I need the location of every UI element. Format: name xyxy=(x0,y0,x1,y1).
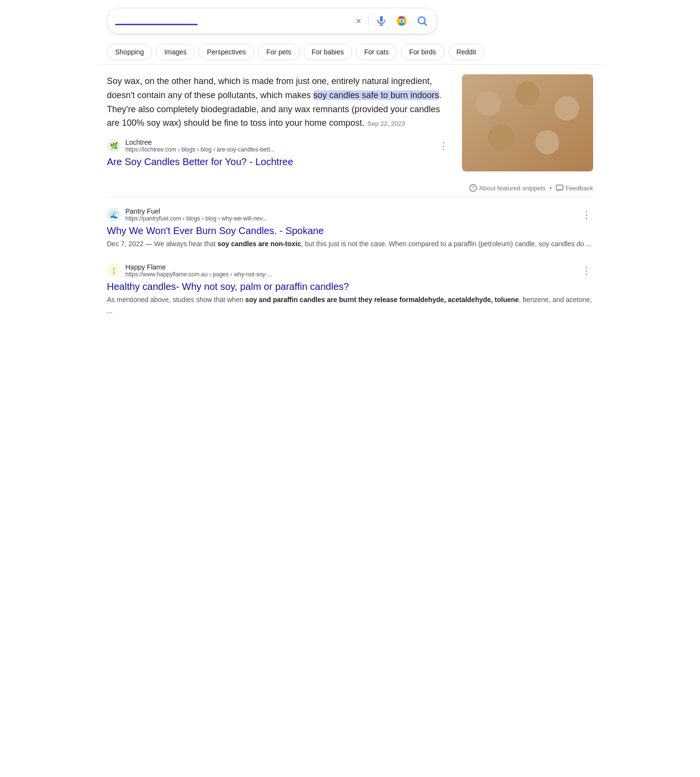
happy-flame-source-info: Happy Flamehttps://www.happyflame.com.au… xyxy=(125,263,575,278)
svg-point-4 xyxy=(401,20,403,22)
happy-flame-source-url: https://www.happyflame.com.au › pages › … xyxy=(125,271,575,278)
feedback-link[interactable]: Feedback xyxy=(556,184,593,192)
pantry-fuel-source-info: Pantry Fuelhttps://pantryfuel.com › blog… xyxy=(125,207,575,222)
snippet-text: Soy wax, on the other hand, which is mad… xyxy=(107,74,450,130)
snippet-favicon: 🌿 xyxy=(107,139,120,152)
icon-divider xyxy=(368,15,369,27)
happy-flame-description: As mentioned above, studies show that wh… xyxy=(107,294,593,316)
footer-dot-separator: • xyxy=(549,185,552,192)
featured-snippet: Soy wax, on the other hand, which is mad… xyxy=(107,74,593,171)
about-snippets-label: About featured snippets xyxy=(479,185,546,192)
search-bar: are soy candles safe × xyxy=(107,8,437,34)
tabs-container: ShoppingImagesPerspectivesFor petsFor ba… xyxy=(97,40,603,65)
pantry-fuel-favicon: 🌊 xyxy=(107,208,120,221)
question-icon: ? xyxy=(469,184,477,192)
snippet-text-block: Soy wax, on the other hand, which is mad… xyxy=(107,74,450,171)
search-bar-container: are soy candles safe × xyxy=(97,0,603,40)
pantry-fuel-description: Dec 7, 2022 — We always hear that soy ca… xyxy=(107,238,593,249)
feedback-label: Feedback xyxy=(565,185,593,192)
snippet-source-info: Lochtree https://lochtree.com › blogs › … xyxy=(125,138,432,153)
result-happy-flame: 🕯️Happy Flamehttps://www.happyflame.com.… xyxy=(107,263,593,316)
happy-flame-source-row: 🕯️Happy Flamehttps://www.happyflame.com.… xyxy=(107,263,593,278)
pantry-fuel-source-url: https://pantryfuel.com › blogs › blog › … xyxy=(125,215,575,222)
svg-rect-0 xyxy=(380,16,383,22)
snippet-source-name: Lochtree xyxy=(125,138,432,146)
snippet-more-options-button[interactable]: ⋮ xyxy=(437,138,450,153)
pantry-fuel-source-row: 🌊Pantry Fuelhttps://pantryfuel.com › blo… xyxy=(107,207,593,222)
svg-line-6 xyxy=(425,23,427,26)
snippet-result-link[interactable]: Are Soy Candles Better for You? - Lochtr… xyxy=(107,156,450,168)
happy-flame-result-link[interactable]: Healthy candles- Why not soy, palm or pa… xyxy=(107,281,593,292)
search-button[interactable] xyxy=(415,14,429,28)
candles-visual xyxy=(462,74,593,171)
search-icons: × xyxy=(355,13,429,29)
happy-flame-favicon: 🕯️ xyxy=(107,264,120,277)
happy-flame-source-name: Happy Flame xyxy=(125,263,575,271)
tab-perspectives[interactable]: Perspectives xyxy=(199,44,254,60)
snippet-candle-image xyxy=(462,74,593,171)
snippet-date: Sep 22, 2023 xyxy=(367,120,405,127)
feedback-icon xyxy=(556,184,563,192)
svg-rect-9 xyxy=(556,185,563,190)
tab-images[interactable]: Images xyxy=(156,44,195,60)
google-lens-icon xyxy=(395,14,409,28)
results-container: 🌊Pantry Fuelhttps://pantryfuel.com › blo… xyxy=(107,207,593,316)
svg-text:?: ? xyxy=(472,186,475,191)
happy-flame-more-options-button[interactable]: ⋮ xyxy=(580,263,593,278)
pantry-fuel-more-options-button[interactable]: ⋮ xyxy=(580,207,593,222)
tab-for-cats[interactable]: For cats xyxy=(356,44,397,60)
tab-reddit[interactable]: Reddit xyxy=(448,44,484,60)
tab-shopping[interactable]: Shopping xyxy=(107,44,152,60)
snippet-source-row: 🌿 Lochtree https://lochtree.com › blogs … xyxy=(107,138,450,153)
clear-button[interactable]: × xyxy=(355,15,362,28)
pantry-fuel-result-link[interactable]: Why We Won't Ever Burn Soy Candles. - Sp… xyxy=(107,225,593,236)
snippet-highlight: soy candles safe to burn indoors xyxy=(313,90,439,100)
search-underline xyxy=(115,24,198,25)
result-pantry-fuel: 🌊Pantry Fuelhttps://pantryfuel.com › blo… xyxy=(107,207,593,249)
tab-for-pets[interactable]: For pets xyxy=(258,44,299,60)
pantry-fuel-source-name: Pantry Fuel xyxy=(125,207,575,215)
main-content: Soy wax, on the other hand, which is mad… xyxy=(97,65,603,339)
mic-icon xyxy=(376,15,387,27)
voice-search-button[interactable] xyxy=(375,14,388,28)
about-featured-snippets-link[interactable]: ? About featured snippets xyxy=(469,184,546,192)
tab-for-babies[interactable]: For babies xyxy=(304,44,352,60)
search-icon xyxy=(416,15,428,27)
google-lens-button[interactable] xyxy=(394,13,410,29)
tab-for-birds[interactable]: For birds xyxy=(401,44,444,60)
snippet-footer: ? About featured snippets • Feedback xyxy=(107,179,593,197)
snippet-source-url: https://lochtree.com › blogs › blog › ar… xyxy=(125,146,432,153)
clear-icon: × xyxy=(356,16,361,27)
